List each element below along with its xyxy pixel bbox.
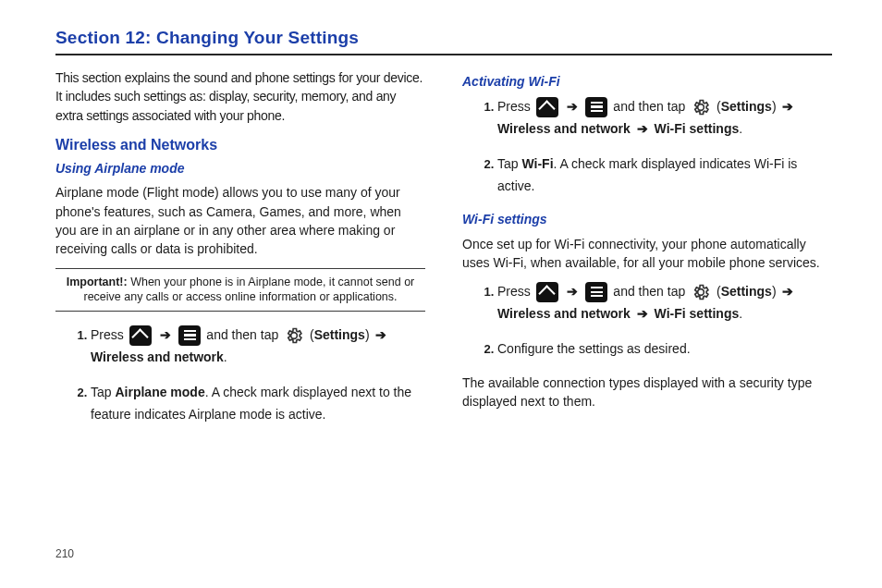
- menu-button-icon: [585, 97, 607, 117]
- heading-wireless-networks: Wireless and Networks: [55, 134, 425, 155]
- airplane-mode-label: Airplane mode: [115, 385, 204, 399]
- period: .: [224, 349, 227, 364]
- menu-button-icon: [178, 325, 201, 346]
- wireless-network-label: Wireless and network: [91, 349, 224, 364]
- subheading-airplane-mode: Using Airplane mode: [55, 159, 425, 178]
- and-then-tap: and then tap: [613, 284, 685, 299]
- arrow-icon: ➔: [373, 327, 389, 342]
- two-column-layout: This section explains the sound and phon…: [55, 68, 832, 439]
- tap-text: Tap: [497, 156, 521, 171]
- press-text: Press: [497, 284, 531, 299]
- wifi-settings-description: Once set up for Wi-Fi connectivity, your…: [462, 235, 832, 273]
- and-then-tap: and then tap: [613, 99, 685, 114]
- wifi-closing-paragraph: The available connection types displayed…: [462, 374, 832, 411]
- page-number: 210: [55, 547, 74, 560]
- wireless-network-label: Wireless and network: [497, 306, 631, 321]
- arrow-icon: ➔: [564, 284, 581, 299]
- wifi-settings-label: Wi-Fi settings: [655, 121, 740, 136]
- wifi-settings-steps: Press ➔ and then tap (Settings) ➔ Wirele…: [462, 281, 832, 360]
- arrow-icon: ➔: [634, 306, 651, 321]
- important-text: When your phone is in Airplane mode, it …: [83, 276, 414, 304]
- home-button-icon: [536, 97, 558, 117]
- settings-gear-icon: [691, 97, 711, 117]
- activating-wifi-steps: Press ➔ and then tap (Settings) ➔ Wirele…: [462, 96, 832, 197]
- arrow-icon: ➔: [157, 327, 174, 342]
- and-then-tap: and then tap: [206, 327, 278, 342]
- settings-label: Settings: [721, 99, 772, 114]
- arrow-icon: ➔: [634, 121, 651, 136]
- wireless-network-label: Wireless and network: [497, 121, 631, 136]
- section-title: Section 12: Changing Your Settings: [55, 28, 832, 48]
- wifi-settings-label: Wi-Fi settings: [655, 306, 740, 321]
- subheading-activating-wifi: Activating Wi-Fi: [462, 72, 832, 91]
- settings-label: Settings: [314, 327, 365, 342]
- settings-label: Settings: [721, 284, 772, 299]
- tap-text: Tap: [91, 385, 115, 399]
- press-text: Press: [497, 99, 531, 114]
- important-note: Important!: When your phone is in Airpla…: [55, 268, 425, 312]
- period: .: [739, 306, 742, 321]
- left-column: This section explains the sound and phon…: [55, 68, 425, 439]
- period: .: [739, 121, 742, 136]
- arrow-icon: ➔: [779, 99, 796, 114]
- wifi-step-1: Press ➔ and then tap (Settings) ➔ Wirele…: [497, 281, 832, 325]
- activating-step-1: Press ➔ and then tap (Settings) ➔ Wirele…: [497, 96, 832, 141]
- airplane-description: Airplane mode (Flight mode) allows you t…: [55, 183, 425, 258]
- arrow-icon: ➔: [779, 284, 796, 299]
- home-button-icon: [129, 325, 152, 346]
- press-text: Press: [91, 327, 124, 342]
- menu-button-icon: [585, 282, 607, 302]
- subheading-wifi-settings: Wi-Fi settings: [462, 210, 832, 228]
- home-button-icon: [536, 282, 558, 302]
- airplane-step-2: Tap Airplane mode. A check mark displaye…: [91, 382, 425, 426]
- activating-step-2: Tap Wi-Fi. A check mark displayed indica…: [497, 153, 832, 198]
- right-column: Activating Wi-Fi Press ➔ and then tap (S…: [462, 68, 832, 439]
- settings-gear-icon: [284, 325, 304, 346]
- title-rule: [55, 54, 832, 55]
- airplane-steps: Press ➔ and then tap (Settings) ➔ Wirele…: [55, 325, 425, 425]
- wifi-label: Wi-Fi: [521, 156, 553, 171]
- airplane-step-1: Press ➔ and then tap (Settings) ➔ Wirele…: [91, 325, 425, 369]
- wifi-step-2: Configure the settings as desired.: [497, 338, 832, 361]
- intro-paragraph: This section explains the sound and phon…: [55, 68, 425, 125]
- settings-gear-icon: [691, 282, 711, 302]
- important-label: Important!:: [67, 276, 128, 288]
- arrow-icon: ➔: [564, 99, 581, 114]
